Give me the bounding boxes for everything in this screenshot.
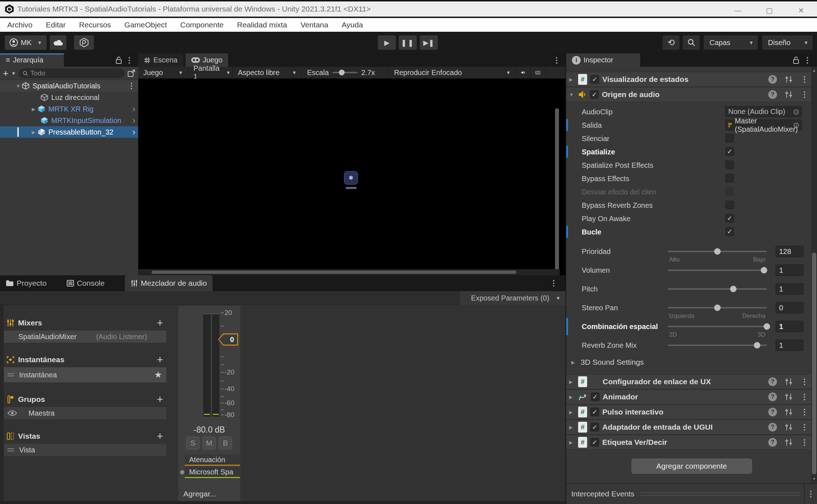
volumen-slider[interactable] xyxy=(668,267,767,273)
presets-icon[interactable] xyxy=(785,76,793,83)
hierarchy-item-luz-direccional[interactable]: Luz direccional xyxy=(0,92,138,103)
tab-proyecto[interactable]: Proyecto xyxy=(0,275,52,291)
scale-control[interactable]: Escala 2.7x xyxy=(302,67,389,78)
help-icon[interactable]: ? xyxy=(768,90,777,99)
silenciar-checkbox[interactable] xyxy=(725,134,734,143)
component-visualizador-de-estados[interactable]: ▶ # Visualizador de estados ? ⋮ xyxy=(566,72,817,87)
minimize-button[interactable]: — xyxy=(722,3,753,18)
3d-sound-settings-foldout[interactable]: ▶ 3D Sound Settings xyxy=(566,355,817,370)
inspector-scrollbar[interactable]: ▲ ▼ xyxy=(811,67,817,482)
audioclip-object-field[interactable]: None (Audio Clip) ⊙ xyxy=(725,106,802,117)
play-button[interactable]: ▶ xyxy=(378,35,396,50)
snapshot-row-instantanea[interactable]: Instantánea ★ xyxy=(4,367,167,383)
tab-mezclador-de-audio[interactable]: Mezclador de audio xyxy=(125,275,213,291)
foldout-expanded-icon[interactable]: ▼ xyxy=(569,92,575,97)
prioridad-slider[interactable]: Alto Bajo xyxy=(668,248,767,255)
combinacion-espacial-value[interactable]: 1 xyxy=(776,321,804,332)
foldout-collapsed-icon[interactable]: ▶ xyxy=(569,379,575,385)
hierarchy-scene-row[interactable]: ▼ SpatialAudioTutorials ⋮ xyxy=(0,80,138,92)
component-enabled-checkbox[interactable] xyxy=(590,408,599,416)
salida-object-field[interactable]: Master (SpatialAudioMixer) ⊙ xyxy=(725,119,802,131)
hierarchy-item-pressablebutton-selected[interactable]: ▶ PressableButton_32 › xyxy=(0,126,138,138)
menu-ventana[interactable]: Ventana xyxy=(301,21,328,29)
pause-button[interactable]: ❚❚ xyxy=(399,35,417,50)
search-button[interactable] xyxy=(683,35,700,50)
hierarchy-menu-kebab[interactable]: ⋮ xyxy=(126,56,133,65)
tab-escena[interactable]: Escena xyxy=(138,53,183,67)
tab-jerarquia[interactable]: ≡ Jerarquía xyxy=(0,53,64,67)
scrollbar-thumb[interactable] xyxy=(812,253,816,474)
display-dropdown[interactable]: Juego▼ xyxy=(138,67,188,78)
help-icon[interactable]: ? xyxy=(768,75,777,84)
foldout-collapsed-icon[interactable]: ▶ xyxy=(569,394,575,400)
bypass-button[interactable]: B xyxy=(219,437,232,450)
tab-console[interactable]: Console xyxy=(61,275,110,291)
presets-icon[interactable] xyxy=(785,439,793,446)
tab-inspector[interactable]: i Inspector xyxy=(566,53,640,67)
add-effect-button[interactable]: Agregar... xyxy=(183,490,216,498)
mixer-menu-kebab[interactable]: ⋮ xyxy=(550,279,558,288)
component-origen-de-audio[interactable]: ▼ Origen de audio ? ⋮ xyxy=(566,87,817,102)
component-menu-kebab[interactable]: ⋮ xyxy=(801,377,808,386)
foldout-collapsed-icon[interactable]: ▶ xyxy=(32,106,38,112)
bypass-reverb-zones-checkbox[interactable] xyxy=(725,201,734,209)
effect-microsoft-spatializer[interactable]: Microsoft Spa xyxy=(185,467,240,478)
foldout-collapsed-icon[interactable]: ▶ xyxy=(569,440,575,445)
add-component-button[interactable]: Agregar componente xyxy=(632,459,752,474)
mute-audio-button[interactable] xyxy=(516,67,530,78)
help-icon[interactable]: ? xyxy=(768,377,777,386)
layers-dropdown[interactable]: Capas▼ xyxy=(704,35,758,50)
menu-realidad-mixta[interactable]: Realidad mixta xyxy=(237,21,287,29)
add-view-button[interactable]: + xyxy=(157,430,163,442)
layout-dropdown[interactable]: Diseño▼ xyxy=(762,35,813,50)
volume-fader-handle[interactable]: 0 xyxy=(218,333,238,346)
help-icon[interactable]: ? xyxy=(768,393,777,401)
presets-icon[interactable] xyxy=(785,424,793,431)
component-menu-kebab[interactable]: ⋮ xyxy=(801,90,808,99)
foldout-collapsed-icon[interactable]: ▶ xyxy=(569,425,575,430)
solo-button[interactable]: S xyxy=(186,437,200,450)
inspector-menu-kebab[interactable]: ⋮ xyxy=(804,56,811,65)
scroll-down-icon[interactable]: ▼ xyxy=(811,477,817,481)
step-button[interactable]: ▶❚ xyxy=(420,35,438,50)
lock-icon[interactable] xyxy=(115,56,122,65)
component-enabled-checkbox[interactable] xyxy=(591,393,599,401)
bypass-effects-checkbox[interactable] xyxy=(725,174,734,183)
game-viewport[interactable]: ✽ xyxy=(138,79,560,269)
game-horizontal-scrollbar[interactable] xyxy=(138,269,560,275)
effect-wet-dot[interactable] xyxy=(180,470,184,474)
foldout-collapsed-icon[interactable]: ▶ xyxy=(32,130,38,135)
scale-slider[interactable] xyxy=(332,72,358,73)
object-picker-icon[interactable]: ⊙ xyxy=(793,121,799,130)
combinacion-espacial-slider[interactable]: 2D 3D xyxy=(668,323,767,330)
presets-icon[interactable] xyxy=(785,378,793,385)
cloud-button[interactable] xyxy=(50,35,66,50)
hierarchy-item-mrtk-xr-rig[interactable]: ▶ MRTK XR Rig › xyxy=(0,103,138,115)
maximize-button[interactable]: ▢ xyxy=(753,3,785,18)
effect-atenuacion[interactable]: Atenuación xyxy=(185,455,240,466)
hierarchy-item-mrtkinputsimulation[interactable]: MRTKInputSimulation › xyxy=(0,115,138,126)
open-prefab-chevron[interactable]: › xyxy=(132,127,135,137)
stats-keyboard-button[interactable] xyxy=(530,67,546,78)
menu-editar[interactable]: Editar xyxy=(46,21,66,29)
hierarchy-search-input[interactable]: Todo xyxy=(19,69,124,78)
component-menu-kebab[interactable]: ⋮ xyxy=(801,438,808,447)
presets-icon[interactable] xyxy=(785,91,793,98)
mute-button[interactable]: M xyxy=(202,437,216,450)
scrollbar-thumb[interactable] xyxy=(152,271,516,274)
group-row-maestra[interactable]: Maestra xyxy=(4,407,167,420)
foldout-collapsed-icon[interactable]: ▶ xyxy=(569,77,575,82)
spatialize-checkbox[interactable] xyxy=(725,147,734,156)
pick-object-icon[interactable] xyxy=(127,69,135,77)
component-enabled-checkbox[interactable] xyxy=(590,90,599,99)
presets-icon[interactable] xyxy=(785,408,793,416)
component-enabled-checkbox[interactable] xyxy=(590,423,599,431)
component-adaptador-de-entrada-de-ugui[interactable]: ▶ # Adaptador de entrada de UGUI ? ⋮ xyxy=(566,420,817,435)
component-etiqueta-ver-decir[interactable]: ▶ # Etiqueta Ver/Decir ? ⋮ xyxy=(566,435,817,450)
add-mixer-button[interactable]: + xyxy=(157,317,163,329)
eye-icon[interactable] xyxy=(8,410,17,416)
component-pulso-interactivo[interactable]: ▶ # Pulso interactivo ? ⋮ xyxy=(566,404,817,420)
help-icon[interactable]: ? xyxy=(768,408,777,416)
lock-icon[interactable] xyxy=(792,56,800,65)
scene-menu-kebab[interactable]: ⋮ xyxy=(128,82,135,90)
